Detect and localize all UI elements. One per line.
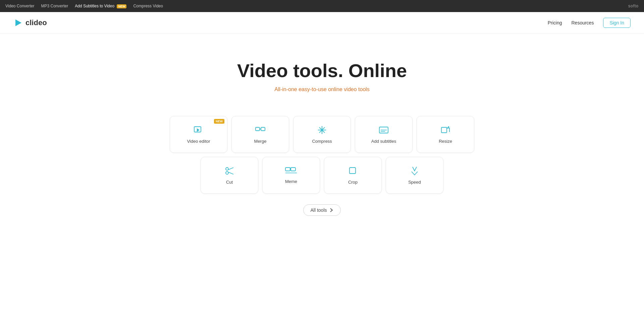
- header: clideo Pricing Resources Sign In: [0, 12, 644, 34]
- svg-rect-3: [256, 127, 260, 131]
- crop-label: Crop: [348, 180, 358, 185]
- tool-card-cut[interactable]: Cut: [201, 157, 258, 194]
- tool-card-meme[interactable]: Meme: [262, 157, 320, 194]
- tools-row-2: Cut Meme: [161, 157, 483, 194]
- tool-card-crop[interactable]: Crop: [324, 157, 382, 194]
- tool-card-merge[interactable]: Merge: [231, 116, 289, 153]
- svg-line-20: [228, 172, 234, 175]
- merge-label: Merge: [254, 139, 267, 144]
- svg-line-9: [322, 127, 325, 130]
- svg-rect-4: [261, 127, 265, 131]
- svg-marker-0: [15, 19, 21, 26]
- logo-text: clideo: [25, 18, 47, 27]
- speed-label: Speed: [408, 180, 421, 185]
- svg-rect-24: [350, 168, 356, 174]
- tool-card-compress[interactable]: Compress: [293, 116, 351, 153]
- meme-label: Meme: [285, 179, 297, 184]
- new-badge: NEW: [117, 4, 126, 8]
- hero-title: Video tools. Online: [7, 60, 637, 81]
- add-subtitles-label: Add subtitles: [371, 139, 396, 144]
- tool-card-resize[interactable]: Resize: [417, 116, 474, 153]
- svg-rect-21: [285, 168, 290, 171]
- chevron-right-icon: [329, 208, 334, 212]
- topbar-link-compress-video[interactable]: Compress Video: [133, 4, 163, 8]
- svg-rect-15: [441, 127, 447, 133]
- topbar-link-video-converter[interactable]: Video Converter: [5, 4, 35, 8]
- svg-rect-22: [291, 168, 296, 171]
- video-editor-icon: [193, 125, 204, 135]
- topbar-brand: softo: [628, 4, 639, 8]
- all-tools-button[interactable]: All tools: [303, 204, 340, 216]
- speed-icon: [410, 166, 419, 176]
- meme-icon: [285, 166, 297, 176]
- topbar-link-mp3-converter[interactable]: MP3 Converter: [41, 4, 68, 8]
- svg-line-19: [228, 168, 234, 170]
- video-editor-label: Video editor: [187, 139, 210, 144]
- tools-grid: NEW Video editor: [161, 116, 483, 198]
- svg-point-17: [226, 172, 228, 174]
- hero-subtitle: All-in-one easy-to-use online video tool…: [7, 86, 637, 92]
- merge-icon: [255, 125, 266, 135]
- all-tools-label: All tools: [310, 207, 327, 213]
- subtitles-icon: [378, 125, 389, 135]
- compress-label: Compress: [312, 139, 332, 144]
- tool-card-speed[interactable]: Speed: [386, 157, 443, 194]
- svg-line-8: [319, 127, 322, 130]
- tools-section: NEW Video editor: [0, 106, 644, 223]
- clideo-logo-icon: [13, 18, 23, 27]
- hero-section: Video tools. Online All-in-one easy-to-u…: [0, 34, 644, 106]
- compress-icon: [317, 125, 327, 135]
- tool-card-add-subtitles[interactable]: Add subtitles: [355, 116, 413, 153]
- svg-marker-2: [197, 128, 200, 132]
- svg-line-10: [319, 130, 322, 133]
- resize-icon: [440, 125, 451, 135]
- cut-label: Cut: [226, 180, 233, 185]
- cut-icon: [224, 166, 235, 176]
- header-nav: Pricing Resources Sign In: [548, 18, 631, 28]
- svg-line-11: [322, 130, 325, 133]
- logo[interactable]: clideo: [13, 18, 47, 27]
- resize-label: Resize: [439, 139, 452, 144]
- video-editor-new-badge: NEW: [214, 119, 224, 124]
- top-bar-links: Video Converter MP3 Converter Add Subtit…: [5, 4, 163, 8]
- crop-icon: [347, 166, 358, 176]
- nav-pricing[interactable]: Pricing: [548, 20, 562, 25]
- nav-resources[interactable]: Resources: [571, 20, 594, 25]
- svg-point-18: [226, 168, 228, 170]
- top-bar: Video Converter MP3 Converter Add Subtit…: [0, 0, 644, 12]
- topbar-link-add-subtitles[interactable]: Add Subtitles to Video NEW: [75, 4, 126, 8]
- sign-in-button[interactable]: Sign In: [603, 18, 631, 28]
- tools-row-1: NEW Video editor: [161, 116, 483, 153]
- tool-card-video-editor[interactable]: NEW Video editor: [170, 116, 227, 153]
